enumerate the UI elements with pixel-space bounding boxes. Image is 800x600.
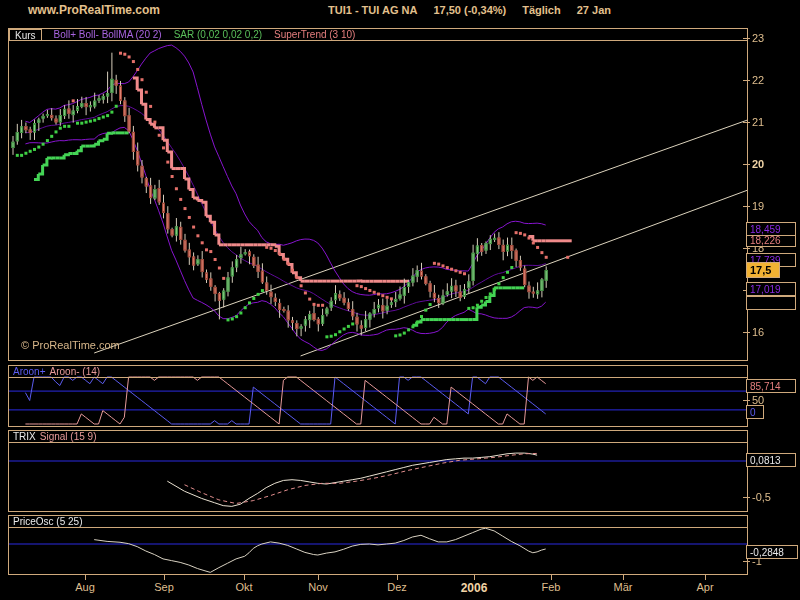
- header-bar: www.ProRealTime.com TUI1 - TUI AG NA 17,…: [0, 0, 800, 18]
- value-box-sar: [746, 296, 796, 310]
- posc-tick: [743, 561, 750, 562]
- month-tick: [318, 575, 319, 580]
- legend-bollinger[interactable]: Boll+ Boll- BollMA (20 2): [54, 29, 162, 41]
- price-axis-tick: [743, 206, 750, 207]
- month-label[interactable]: Sep: [154, 581, 174, 593]
- price-chart-canvas[interactable]: [9, 29, 747, 360]
- price-axis-tick: [743, 332, 750, 333]
- aroon-mid-tick: [743, 400, 750, 401]
- price-axis-tick: [743, 248, 750, 249]
- tab-kurs[interactable]: Kurs: [9, 29, 42, 41]
- month-tick: [85, 575, 86, 580]
- price-axis-label: 19: [752, 200, 764, 212]
- value-box-posc: -0,2848: [746, 545, 798, 559]
- instrument-header: TUI1 - TUI AG NA 17,50 (-0,34%) Täglich …: [328, 4, 611, 16]
- value-box-aroon-down: 85,714: [746, 379, 796, 393]
- month-label[interactable]: Nov: [308, 581, 328, 593]
- instrument-price: 17,50 (-0,34%): [433, 4, 506, 16]
- value-box-boll-lower: 17,019: [746, 282, 796, 296]
- legend-supertrend[interactable]: SuperTrend (3 10): [274, 29, 355, 41]
- instrument-timeframe: Täglich: [522, 4, 561, 16]
- instrument-date: 27 Jan: [577, 4, 611, 16]
- month-label[interactable]: Mär: [614, 581, 633, 593]
- price-axis-label: 16: [752, 326, 764, 338]
- instrument-name: TUI1 - TUI AG NA: [328, 4, 417, 16]
- price-axis-tick: [743, 80, 750, 81]
- trix-label[interactable]: TRIX: [13, 431, 36, 443]
- trix-title-row: TRIX Signal (15 9): [9, 431, 747, 443]
- price-axis-tick: [743, 164, 750, 165]
- month-tick: [551, 575, 552, 580]
- month-tick: [397, 575, 398, 580]
- price-axis-label: 21: [752, 116, 764, 128]
- month-label[interactable]: Feb: [542, 581, 561, 593]
- price-axis-label: 22: [752, 74, 764, 86]
- value-box-trix: 0,0813: [746, 453, 796, 467]
- trix-canvas[interactable]: [9, 431, 747, 511]
- watermark: © ProRealTime.com: [21, 339, 120, 351]
- price-osc-panel[interactable]: PriceOsc (5 25): [8, 515, 748, 575]
- trix-tick: [743, 497, 750, 498]
- price-axis-tick: [743, 122, 750, 123]
- trix-panel[interactable]: TRIX Signal (15 9): [8, 430, 748, 512]
- month-label[interactable]: 2006: [461, 581, 488, 595]
- posc-label[interactable]: PriceOsc (5 25): [13, 516, 82, 528]
- month-tick: [244, 575, 245, 580]
- prorealtime-chart-window: { "header": { "site": "www.ProRealTime.c…: [0, 0, 800, 600]
- month-label[interactable]: Aug: [75, 581, 95, 593]
- month-tick: [623, 575, 624, 580]
- site-link[interactable]: www.ProRealTime.com: [28, 3, 160, 17]
- price-chart-panel[interactable]: Kurs Boll+ Boll- BollMA (20 2) SAR (0,02…: [8, 28, 748, 361]
- trix-tick-label: -0,5: [752, 491, 771, 503]
- value-box-aroon-up: 0: [746, 405, 764, 419]
- posc-title-row: PriceOsc (5 25): [9, 516, 747, 528]
- value-box-boll-upper: 18,459: [746, 222, 796, 236]
- price-axis-label: 20: [752, 158, 764, 170]
- trix-signal-label[interactable]: Signal (15 9): [40, 431, 97, 443]
- month-tick: [474, 575, 475, 580]
- aroon-down-label[interactable]: Aroon- (14): [50, 366, 101, 378]
- month-tick: [705, 575, 706, 580]
- month-label[interactable]: Dez: [387, 581, 407, 593]
- aroon-up-label[interactable]: Aroon+: [13, 366, 46, 378]
- aroon-panel[interactable]: Aroon+ Aroon- (14): [8, 365, 748, 427]
- price-axis-label: 23: [752, 32, 764, 44]
- month-label[interactable]: Okt: [235, 581, 252, 593]
- price-legend-row: Kurs Boll+ Boll- BollMA (20 2) SAR (0,02…: [9, 29, 747, 41]
- month-tick: [164, 575, 165, 580]
- month-label[interactable]: Apr: [696, 581, 713, 593]
- aroon-title-row: Aroon+ Aroon- (14): [9, 366, 747, 378]
- legend-sar[interactable]: SAR (0,02 0,02 0,2): [174, 29, 262, 41]
- value-box-last-price: 17,5: [746, 262, 780, 278]
